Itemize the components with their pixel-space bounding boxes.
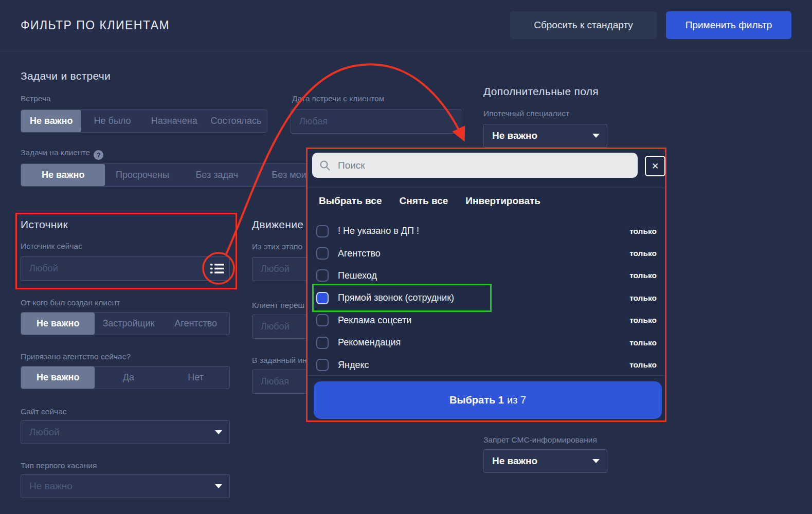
confirm-selection-button[interactable]: Выбрать 1 из 7 bbox=[314, 381, 662, 419]
only-button[interactable]: только bbox=[629, 316, 657, 325]
created-by-label: От кого был создан клиент bbox=[21, 298, 120, 307]
only-button[interactable]: только bbox=[629, 271, 657, 280]
checkbox[interactable] bbox=[316, 292, 329, 304]
search-input[interactable] bbox=[337, 159, 630, 172]
item-label: Прямой звонок (сотрудник) bbox=[338, 292, 454, 303]
segment-option[interactable]: Да bbox=[95, 366, 162, 389]
source-now-label: Источник сейчас bbox=[21, 242, 82, 251]
meeting-label: Встреча bbox=[21, 94, 51, 103]
only-button[interactable]: только bbox=[629, 249, 657, 258]
agency-now-label: Привязано агентство сейчас? bbox=[21, 352, 131, 361]
deselect-all-link[interactable]: Снять все bbox=[399, 195, 448, 207]
site-now-dropdown[interactable]: Любой bbox=[21, 420, 230, 444]
movement-field-label: Из этих этапо bbox=[252, 242, 302, 251]
sms-ban-dropdown[interactable]: Не важно bbox=[483, 449, 607, 473]
list-item[interactable]: Рекомендация только bbox=[308, 332, 665, 354]
list-item[interactable]: Прямой звонок (сотрудник) только bbox=[308, 287, 665, 309]
segment-option[interactable]: Застройщик bbox=[95, 313, 162, 335]
modal-divider bbox=[308, 188, 665, 188]
mortgage-label: Ипотечный специалист bbox=[483, 109, 569, 118]
created-by-segmented-control: Не важно Застройщик Агентство bbox=[21, 312, 230, 335]
site-now-label: Сайт сейчас bbox=[21, 407, 67, 416]
item-label: Агентство bbox=[338, 248, 381, 259]
chevron-down-icon bbox=[215, 430, 222, 434]
confirm-count: Выбрать 1 bbox=[449, 394, 504, 406]
segment-option[interactable]: Состоялась bbox=[205, 110, 267, 132]
checkbox[interactable] bbox=[316, 314, 329, 326]
first-touch-value: Не важно bbox=[29, 481, 73, 492]
source-section-title: Источник bbox=[21, 218, 68, 231]
segment-option[interactable]: Не важно bbox=[21, 313, 95, 335]
mortgage-dropdown[interactable]: Не важно bbox=[483, 124, 607, 148]
modal-divider bbox=[308, 375, 665, 376]
checkbox[interactable] bbox=[316, 225, 329, 237]
site-now-value: Любой bbox=[29, 427, 60, 438]
list-item[interactable]: Пешеход только bbox=[308, 265, 665, 287]
source-picker-modal: ✕ Выбрать все Снять все Инвертировать ! … bbox=[306, 148, 666, 422]
client-tasks-segmented-control: Не важно Просрочены Без задач Без моих bbox=[21, 163, 329, 187]
mortgage-value: Не важно bbox=[492, 130, 537, 141]
only-button[interactable]: только bbox=[629, 293, 657, 303]
checkbox[interactable] bbox=[316, 269, 329, 282]
meeting-date-input[interactable] bbox=[291, 109, 461, 134]
only-button[interactable]: только bbox=[629, 338, 657, 347]
additional-section-title: Дополнительные поля bbox=[483, 85, 599, 98]
chevron-down-icon bbox=[592, 459, 600, 463]
tasks-section-title: Задачи и встречи bbox=[21, 70, 111, 82]
list-item[interactable]: Яндекс только bbox=[308, 354, 665, 376]
bulk-actions: Выбрать все Снять все Инвертировать bbox=[319, 195, 540, 207]
checkbox[interactable] bbox=[316, 247, 329, 260]
client-tasks-label-text: Задачи на клиенте bbox=[21, 148, 90, 157]
agency-now-segmented-control: Не важно Да Нет bbox=[21, 366, 230, 389]
list-item[interactable]: Агентство только bbox=[308, 242, 665, 264]
chevron-down-icon bbox=[592, 134, 600, 138]
source-now-input[interactable] bbox=[21, 256, 230, 281]
sms-ban-value: Не важно bbox=[492, 455, 537, 467]
segment-option[interactable]: Без задач bbox=[179, 164, 254, 186]
meeting-date-label: Дата встречи с клиентом bbox=[292, 94, 384, 103]
select-all-link[interactable]: Выбрать все bbox=[319, 195, 382, 207]
item-label: Яндекс bbox=[338, 360, 369, 371]
first-touch-dropdown[interactable]: Не важно bbox=[21, 474, 230, 498]
reset-to-default-button[interactable]: Сбросить к стандарту bbox=[510, 11, 657, 39]
help-icon[interactable]: ? bbox=[94, 150, 103, 160]
checkbox[interactable] bbox=[316, 337, 329, 349]
segment-option[interactable]: Не важно bbox=[21, 366, 95, 389]
movement-field-label: В заданный ин bbox=[252, 356, 306, 365]
only-button[interactable]: только bbox=[629, 360, 657, 370]
header-divider bbox=[0, 51, 812, 51]
item-label: Пешеход bbox=[338, 270, 377, 281]
item-label: ! Не указано в ДП ! bbox=[338, 226, 419, 236]
movement-section-title: Движение bbox=[252, 218, 303, 231]
segment-option[interactable]: Нет bbox=[162, 366, 229, 389]
first-touch-label: Тип первого касания bbox=[21, 461, 97, 470]
list-icon bbox=[210, 263, 224, 274]
close-button[interactable]: ✕ bbox=[645, 156, 665, 176]
meeting-segmented-control: Не важно Не было Назначена Состоялась bbox=[21, 109, 267, 133]
page-title: ФИЛЬТР ПО КЛИЕНТАМ bbox=[21, 19, 170, 32]
source-options-list: ! Не указано в ДП ! только Агентство тол… bbox=[308, 220, 665, 376]
close-icon: ✕ bbox=[652, 161, 659, 172]
item-label: Реклама соцсети bbox=[338, 315, 411, 326]
item-label: Рекомендация bbox=[338, 337, 401, 348]
search-bar bbox=[312, 153, 638, 178]
movement-field-label: Клиент переш bbox=[252, 301, 304, 310]
segment-option[interactable]: Не важно bbox=[21, 164, 105, 186]
segment-option[interactable]: Не важно bbox=[21, 110, 81, 132]
segment-option[interactable]: Не было bbox=[81, 110, 143, 132]
search-icon bbox=[319, 160, 331, 171]
invert-selection-link[interactable]: Инвертировать bbox=[465, 195, 540, 207]
only-button[interactable]: только bbox=[629, 227, 657, 236]
confirm-total: из 7 bbox=[507, 394, 526, 406]
chevron-down-icon bbox=[215, 484, 222, 488]
segment-option[interactable]: Агентство bbox=[162, 313, 229, 335]
segment-option[interactable]: Просрочены bbox=[105, 164, 179, 186]
list-item[interactable]: Реклама соцсети только bbox=[308, 309, 665, 332]
client-tasks-label: Задачи на клиенте? bbox=[21, 148, 103, 160]
list-item[interactable]: ! Не указано в ДП ! только bbox=[308, 220, 665, 242]
sms-ban-label: Запрет СМС-информирования bbox=[483, 435, 597, 445]
open-source-list-button[interactable] bbox=[210, 263, 224, 276]
segment-option[interactable]: Назначена bbox=[143, 110, 205, 132]
apply-filter-button[interactable]: Применить фильтр bbox=[666, 11, 791, 39]
checkbox[interactable] bbox=[316, 359, 329, 371]
